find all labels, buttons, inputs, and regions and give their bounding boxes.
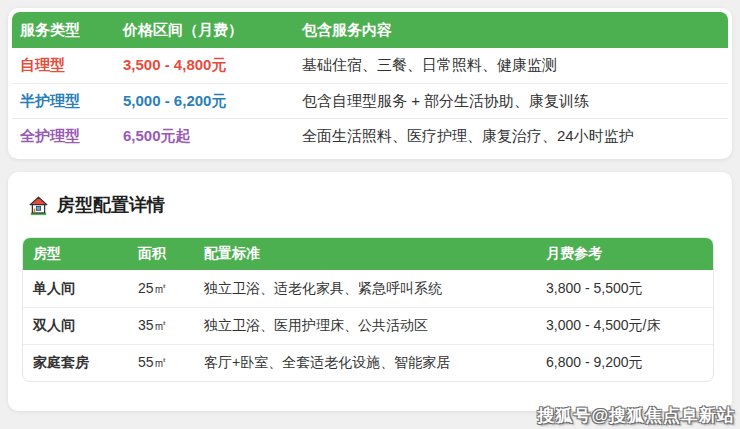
- room-type-cell: 家庭套房: [33, 354, 138, 372]
- service-type-cell: 全护理型: [20, 127, 123, 146]
- col-header-service-type: 服务类型: [20, 21, 123, 40]
- col-header-monthly-fee: 月费参考: [546, 245, 713, 263]
- table-row-self-care: 自理型 3,500 - 4,800元 基础住宿、三餐、日常照料、健康监测: [12, 48, 728, 83]
- services-cell: 包含自理型服务 + 部分生活协助、康复训练: [302, 92, 728, 111]
- config-cell: 独立卫浴、适老化家具、紧急呼叫系统: [204, 280, 546, 298]
- config-cell: 客厅+卧室、全套适老化设施、智能家居: [204, 354, 546, 372]
- section-title-text: 房型配置详情: [57, 193, 165, 217]
- area-cell: 35㎡: [138, 317, 204, 335]
- services-cell: 基础住宿、三餐、日常照料、健康监测: [302, 56, 728, 75]
- table-row-semi-care: 半护理型 5,000 - 6,200元 包含自理型服务 + 部分生活协助、康复训…: [12, 83, 728, 118]
- col-header-price-range: 价格区间（月费）: [123, 21, 302, 40]
- room-config-table: 房型 面积 配置标准 月费参考 单人间 25㎡ 独立卫浴、适老化家具、紧急呼叫系…: [22, 237, 714, 382]
- area-cell: 55㎡: [138, 354, 204, 372]
- room-type-cell: 单人间: [33, 280, 138, 298]
- section-title: 房型配置详情: [28, 193, 732, 217]
- room-table-header: 房型 面积 配置标准 月费参考: [23, 238, 713, 270]
- price-range-cell: 5,000 - 6,200元: [123, 92, 302, 111]
- monthly-fee-cell: 3,800 - 5,500元: [546, 280, 713, 298]
- service-pricing-card: 服务类型 价格区间（月费） 包含服务内容 自理型 3,500 - 4,800元 …: [8, 8, 732, 159]
- table-row-single-room: 单人间 25㎡ 独立卫浴、适老化家具、紧急呼叫系统 3,800 - 5,500元: [23, 270, 713, 307]
- col-header-services-included: 包含服务内容: [302, 21, 728, 40]
- services-cell: 全面生活照料、医疗护理、康复治疗、24小时监护: [302, 127, 728, 146]
- col-header-config: 配置标准: [204, 245, 546, 263]
- service-type-cell: 自理型: [20, 56, 123, 75]
- table-row-full-care: 全护理型 6,500元起 全面生活照料、医疗护理、康复治疗、24小时监护: [12, 118, 728, 153]
- room-config-card: 房型配置详情 房型 面积 配置标准 月费参考 单人间 25㎡ 独立卫浴、适老化家…: [8, 172, 732, 411]
- service-type-cell: 半护理型: [20, 92, 123, 111]
- room-type-cell: 双人间: [33, 317, 138, 335]
- monthly-fee-cell: 3,000 - 4,500元/床: [546, 317, 713, 335]
- service-table-header: 服务类型 价格区间（月费） 包含服务内容: [12, 12, 728, 48]
- table-row-double-room: 双人间 35㎡ 独立卫浴、医用护理床、公共活动区 3,000 - 4,500元/…: [23, 307, 713, 344]
- monthly-fee-cell: 6,800 - 9,200元: [546, 354, 713, 372]
- price-range-cell: 3,500 - 4,800元: [123, 56, 302, 75]
- area-cell: 25㎡: [138, 280, 204, 298]
- watermark: 搜狐号@搜狐焦点阜新站: [537, 404, 735, 427]
- config-cell: 独立卫浴、医用护理床、公共活动区: [204, 317, 546, 335]
- col-header-room-type: 房型: [33, 245, 138, 263]
- table-row-family-suite: 家庭套房 55㎡ 客厅+卧室、全套适老化设施、智能家居 6,800 - 9,20…: [23, 344, 713, 381]
- house-icon: [28, 195, 49, 216]
- price-range-cell: 6,500元起: [123, 127, 302, 146]
- col-header-area: 面积: [138, 245, 204, 263]
